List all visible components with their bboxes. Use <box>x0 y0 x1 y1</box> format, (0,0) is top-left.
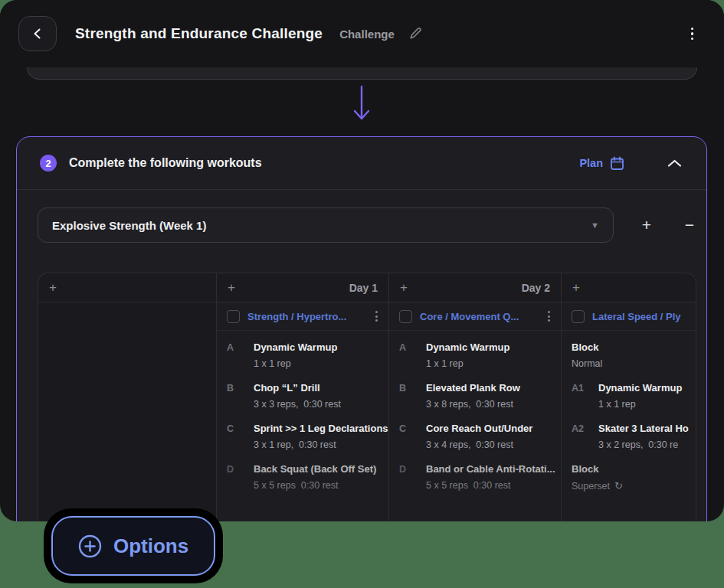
exercise-name: Core Reach Out/Under <box>426 423 532 434</box>
workout-card: Lateral Speed / Ply BlockNormalA1Dynamic… <box>562 302 696 521</box>
add-workout-icon[interactable]: + <box>572 280 580 296</box>
exercise-list: ADynamic Warmup1 x 1 repBChop “L” Drill3… <box>217 331 388 491</box>
week-select[interactable]: Explosive Strength (Week 1) ▼ <box>38 207 614 243</box>
block-mode: Superset↻ <box>572 480 623 492</box>
exercise-name: Skater 3 Lateral Ho <box>598 423 689 434</box>
step-number-badge: 2 <box>40 155 57 172</box>
page-type-label: Challenge <box>339 28 395 41</box>
exercise-letter: D <box>227 463 254 491</box>
plus-circle-icon <box>78 534 102 558</box>
exercise-detail: 3 x 8 reps, 0:30 rest <box>426 399 520 410</box>
day-label: Day 1 <box>349 282 378 294</box>
exercise-name: Dynamic Warmup <box>254 341 337 353</box>
chevron-left-icon <box>32 28 43 40</box>
exercise-row[interactable]: ADynamic Warmup1 x 1 rep <box>227 341 384 369</box>
options-button[interactable]: Options <box>51 516 215 576</box>
exercise-row[interactable]: CCore Reach Out/Under3 x 4 reps, 0:30 re… <box>399 423 556 450</box>
grid-body-row: Strength / Hypertro... ADynamic Warmup1 … <box>38 302 696 521</box>
exercise-row[interactable]: BChop “L” Drill3 x 3 reps, 0:30 rest <box>227 382 384 410</box>
options-button-highlight: Options <box>44 508 223 583</box>
exercise-list: BlockNormalA1Dynamic Warmup1 x 1 repA2Sk… <box>562 331 696 492</box>
week-select-value: Explosive Strength (Week 1) <box>52 219 591 232</box>
exercise-detail: 1 x 1 rep <box>426 358 509 369</box>
exercise-detail: 3 x 1 rep, 0:30 rest <box>254 439 384 450</box>
week-toolbar: Explosive Strength (Week 1) ▼ + − <box>17 190 706 243</box>
day-label: Day 2 <box>522 282 550 294</box>
grid-header-cell: + Day 2 <box>389 273 562 302</box>
exercise-row[interactable]: BElevated Plank Row3 x 8 reps, 0:30 rest <box>399 382 556 410</box>
workout-card: Strength / Hypertro... ADynamic Warmup1 … <box>217 302 389 521</box>
exercise-letter: A <box>227 341 254 369</box>
workout-card-header: Strength / Hypertro... <box>217 302 388 331</box>
block-label: Block <box>572 341 602 353</box>
exercise-name: Sprint >> 1 Leg Declarations <box>254 423 384 434</box>
more-menu-icon[interactable] <box>688 24 697 44</box>
add-workout-icon[interactable]: + <box>228 280 235 296</box>
exercise-row[interactable]: DBack Squat (Back Off Set)5 x 5 reps 0:3… <box>227 463 384 491</box>
grid-header-cell: + <box>562 273 696 302</box>
exercise-letter: A1 <box>572 382 598 410</box>
add-week-button[interactable]: + <box>637 216 657 234</box>
exercise-row[interactable]: A2Skater 3 Lateral Ho3 x 2 reps, 0:30 re <box>572 423 691 450</box>
app-window: Strength and Endurance Challenge Challen… <box>0 0 724 521</box>
calendar-icon <box>610 156 624 171</box>
exercise-row[interactable]: ADynamic Warmup1 x 1 rep <box>399 341 556 369</box>
exercise-name: Dynamic Warmup <box>598 382 682 394</box>
exercise-letter: B <box>227 382 254 410</box>
exercise-row[interactable]: DBand or Cable Anti-Rotati...5 x 5 reps … <box>399 463 556 491</box>
workout-title[interactable]: Core / Movement Q... <box>420 311 537 322</box>
plan-button[interactable]: Plan <box>579 156 624 171</box>
edit-icon[interactable] <box>408 27 422 41</box>
step-header: 2 Complete the following workouts Plan <box>17 137 706 190</box>
remove-week-button[interactable]: − <box>680 216 699 234</box>
workout-card-header: Core / Movement Q... <box>389 302 561 331</box>
exercise-letter: C <box>227 423 254 450</box>
step-2-section: 2 Complete the following workouts Plan E… <box>16 136 707 521</box>
exercise-detail: 1 x 1 rep <box>254 358 337 369</box>
exercise-detail: 5 x 5 reps 0:30 rest <box>254 480 376 491</box>
exercise-row[interactable]: CSprint >> 1 Leg Declarations3 x 1 rep, … <box>227 423 384 450</box>
exercise-detail: 5 x 5 reps 0:30 rest <box>426 480 555 491</box>
exercise-name: Chop “L” Drill <box>254 382 341 394</box>
exercise-letter: A2 <box>572 423 598 450</box>
grid-header-row: + + Day 1 + Day 2 + <box>38 273 696 302</box>
workout-card-header: Lateral Speed / Ply <box>562 302 696 331</box>
block-label: Block <box>572 463 623 475</box>
workout-planner-grid: + + Day 1 + Day 2 + <box>38 273 696 521</box>
exercise-letter: B <box>399 382 426 410</box>
workout-title[interactable]: Strength / Hypertro... <box>247 311 365 322</box>
flow-arrow-down-icon <box>352 84 372 124</box>
exercise-letter: D <box>399 463 426 491</box>
workout-title[interactable]: Lateral Speed / Ply <box>592 311 688 322</box>
chevron-up-icon <box>667 159 682 168</box>
block-mode: Normal <box>572 358 602 369</box>
page-title: Strength and Endurance Challenge <box>75 25 323 42</box>
grid-cell-empty <box>38 302 217 521</box>
workout-card: Core / Movement Q... ADynamic Warmup1 x … <box>389 302 562 521</box>
exercise-name: Elevated Plank Row <box>426 382 520 394</box>
repeat-icon: ↻ <box>614 480 623 492</box>
workout-menu-icon[interactable] <box>545 309 553 324</box>
collapse-section-button[interactable] <box>667 159 682 168</box>
add-workout-icon[interactable]: + <box>400 280 408 296</box>
block-row[interactable]: BlockSuperset↻ <box>572 463 691 492</box>
workout-checkbox[interactable] <box>399 310 412 323</box>
add-workout-icon[interactable]: + <box>49 280 57 296</box>
exercise-detail: 3 x 2 reps, 0:30 re <box>598 439 689 450</box>
grid-header-cell: + <box>38 273 217 302</box>
exercise-name: Back Squat (Back Off Set) <box>254 463 376 475</box>
exercise-row[interactable]: A1Dynamic Warmup1 x 1 rep <box>572 382 691 410</box>
workout-checkbox[interactable] <box>572 310 585 323</box>
top-bar: Strength and Endurance Challenge Challen… <box>0 0 724 67</box>
exercise-letter: A <box>399 341 426 369</box>
exercise-name: Dynamic Warmup <box>426 341 509 353</box>
back-button[interactable] <box>18 16 57 51</box>
block-row[interactable]: BlockNormal <box>572 341 691 369</box>
workout-checkbox[interactable] <box>227 310 240 323</box>
workout-menu-icon[interactable] <box>372 309 381 324</box>
exercise-detail: 3 x 3 reps, 0:30 rest <box>254 399 341 410</box>
exercise-detail: 3 x 4 reps, 0:30 rest <box>426 439 532 450</box>
exercise-detail: 1 x 1 rep <box>598 399 682 410</box>
exercise-name: Band or Cable Anti-Rotati... <box>426 463 555 475</box>
grid-header-cell: + Day 1 <box>217 273 389 302</box>
